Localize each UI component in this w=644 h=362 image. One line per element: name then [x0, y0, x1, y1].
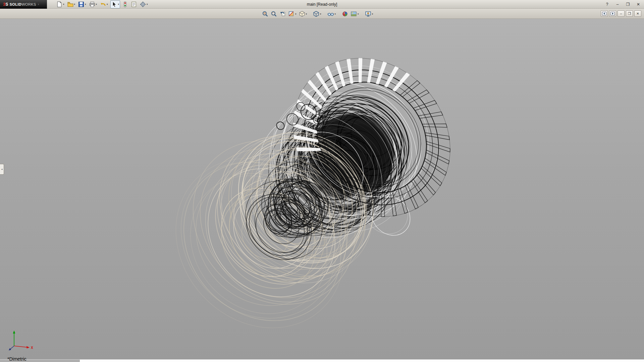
- rebuild-stoplight-icon: [122, 1, 128, 7]
- options-button[interactable]: ▾: [139, 0, 149, 8]
- save-dropdown-caret[interactable]: ▾: [85, 3, 86, 5]
- display-style-icon: [313, 11, 319, 17]
- print-dropdown-caret[interactable]: ▾: [96, 3, 97, 5]
- apply-scene-icon: [351, 11, 357, 17]
- solidworks-logo: З S SOLID WORKS ›: [0, 0, 47, 9]
- next-document-button[interactable]: [609, 10, 616, 17]
- new-dropdown-caret[interactable]: ▾: [63, 3, 64, 5]
- save-floppy-icon: [78, 1, 84, 7]
- save-button[interactable]: ▾: [77, 0, 87, 8]
- view-settings-button[interactable]: ▾: [364, 10, 374, 18]
- zoom-to-fit-icon: [262, 11, 268, 17]
- zoom-to-area-button[interactable]: [270, 10, 278, 18]
- featuremanager-collapse-tab[interactable]: ◂: [0, 164, 4, 175]
- orientation-triad: X: [7, 328, 36, 352]
- main-toolbar: ▾ ▾ ▾ ▾: [56, 0, 149, 8]
- view-orientation-cube-icon: [299, 11, 305, 17]
- window-title: main [Read-only]: [307, 2, 337, 7]
- section-view-button[interactable]: ▾: [287, 10, 297, 18]
- window-controls: ? – ❐ ✕: [604, 0, 641, 9]
- previous-document-button[interactable]: [601, 10, 608, 17]
- help-button[interactable]: ?: [604, 2, 610, 7]
- graphics-viewport[interactable]: X: [0, 19, 644, 359]
- print-icon: [89, 1, 95, 7]
- select-dropdown-caret[interactable]: ▾: [118, 3, 119, 5]
- select-cursor-icon: [111, 1, 117, 7]
- window-minimize-button[interactable]: –: [614, 2, 621, 7]
- options-gear-icon: [140, 1, 146, 7]
- window-restore-button[interactable]: ❐: [625, 2, 631, 7]
- previous-view-icon: [279, 11, 286, 17]
- open-document-button[interactable]: ▾: [67, 0, 76, 8]
- zoom-to-fit-button[interactable]: [261, 10, 269, 18]
- undo-button[interactable]: ▾: [99, 0, 109, 8]
- next-document-icon: [610, 12, 615, 15]
- file-properties-button[interactable]: [130, 0, 138, 8]
- view-orientation-label: *Dimetric: [7, 356, 26, 362]
- previous-view-button[interactable]: [279, 10, 286, 18]
- undo-arrow-icon: [100, 1, 106, 7]
- apply-scene-caret[interactable]: ▾: [358, 13, 359, 15]
- brand-works: WORKS: [21, 2, 36, 6]
- 3ds-logo-icon: З: [3, 2, 6, 7]
- status-strip: [0, 359, 644, 362]
- select-button[interactable]: ▾: [110, 0, 120, 8]
- view-orientation-caret[interactable]: ▾: [306, 13, 307, 15]
- rebuild-button[interactable]: [122, 0, 128, 8]
- document-close-button[interactable]: ✕: [634, 10, 641, 17]
- view-settings-caret[interactable]: ▾: [372, 13, 373, 15]
- heads-up-view-toolbar: ▾ ▾ ▾: [261, 10, 374, 18]
- document-window-controls: – ❐ ✕: [601, 10, 641, 17]
- brand-solid: SOLID: [10, 2, 22, 6]
- open-folder-icon: [67, 1, 73, 7]
- 3ds-logo-s: S: [6, 2, 8, 7]
- apply-scene-button[interactable]: ▾: [350, 10, 360, 18]
- document-restore-button[interactable]: ❐: [626, 10, 633, 17]
- edit-appearance-button[interactable]: [341, 10, 349, 18]
- section-view-icon: [288, 11, 294, 17]
- display-style-button[interactable]: ▾: [312, 10, 322, 18]
- file-properties-icon: [131, 1, 137, 7]
- zoom-to-area-icon: [271, 11, 277, 17]
- previous-document-icon: [602, 12, 606, 15]
- open-dropdown-caret[interactable]: ▾: [74, 3, 75, 5]
- triad-x-label: X: [31, 346, 33, 350]
- section-view-caret[interactable]: ▾: [295, 13, 297, 15]
- new-document-button[interactable]: ▾: [56, 0, 65, 8]
- undo-dropdown-caret[interactable]: ▾: [107, 3, 108, 5]
- hide-show-glasses-icon: [327, 11, 334, 17]
- hide-show-caret[interactable]: ▾: [335, 13, 336, 15]
- titlebar: З S SOLID WORKS › ▾ ▾ ▾: [0, 0, 644, 9]
- document-minimize-button[interactable]: –: [618, 10, 625, 17]
- wireframe-model: [0, 19, 644, 359]
- new-document-icon: [56, 1, 62, 7]
- menu-expand-chevron-icon[interactable]: ›: [38, 2, 39, 6]
- hide-show-items-button[interactable]: ▾: [327, 10, 337, 18]
- display-style-caret[interactable]: ▾: [320, 13, 321, 15]
- window-close-button[interactable]: ✕: [635, 2, 641, 7]
- edit-appearance-ball-icon: [342, 11, 348, 17]
- heads-up-toolbar-row: ▾ ▾ ▾: [0, 9, 644, 19]
- view-orientation-button[interactable]: ▾: [298, 10, 308, 18]
- options-dropdown-caret[interactable]: ▾: [147, 3, 148, 5]
- print-button[interactable]: ▾: [89, 0, 98, 8]
- view-settings-icon: [365, 11, 371, 17]
- panel-collapse-icon: ◂: [1, 168, 3, 171]
